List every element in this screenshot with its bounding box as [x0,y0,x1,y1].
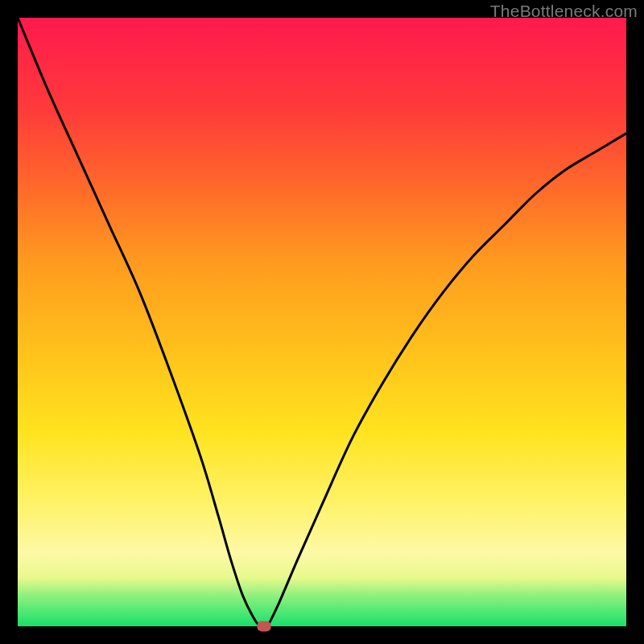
optimal-marker [258,621,271,632]
curve-line [18,18,626,629]
chart-frame: TheBottleneck.com [0,0,644,644]
watermark-text: TheBottleneck.com [490,2,638,21]
bottleneck-curve [18,18,626,626]
